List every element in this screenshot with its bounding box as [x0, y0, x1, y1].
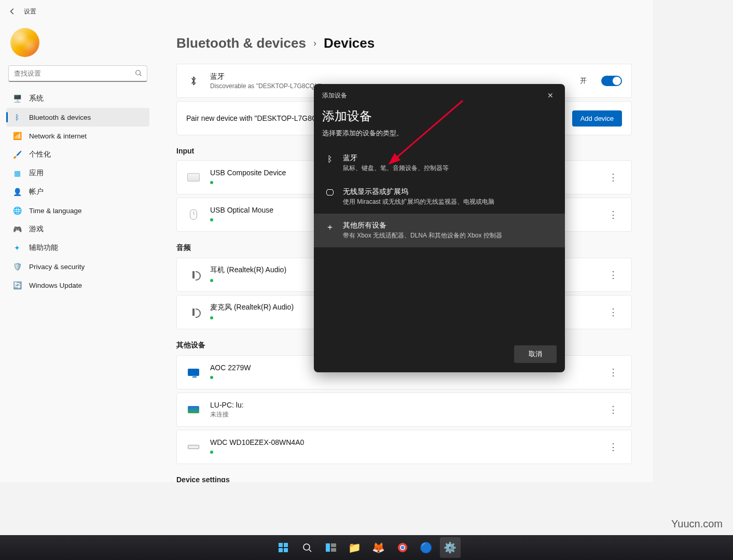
status-dot [210, 451, 213, 454]
svg-point-0 [136, 71, 141, 75]
more-options-button[interactable]: ⋮ [604, 439, 622, 455]
sidebar-item-3[interactable]: 🖌️个性化 [6, 145, 149, 164]
chrome-icon[interactable] [392, 537, 413, 558]
svg-rect-3 [326, 543, 330, 552]
close-icon[interactable]: ✕ [544, 89, 557, 102]
sidebar-item-7[interactable]: 🎮游戏 [6, 220, 149, 239]
search-box [8, 65, 147, 82]
option-subtitle: 带有 Xbox 无线适配器、DLNA 和其他设备的 Xbox 控制器 [343, 231, 502, 240]
option-icon: ᛒ [324, 153, 336, 164]
option-title: 蓝牙 [343, 153, 449, 163]
toggle-state-label: 开 [580, 76, 587, 86]
status-dot [210, 376, 213, 379]
status-dot [210, 316, 213, 319]
nav-icon: 🔄 [12, 281, 22, 289]
option-icon: ＋ [324, 221, 336, 233]
sidebar-item-6[interactable]: 🌐Time & language [6, 201, 149, 220]
nav-icon: ▦ [12, 169, 22, 177]
keyboard-icon [186, 172, 201, 183]
nav-icon: ᛒ [12, 113, 22, 121]
taskbar: 📁 🦊 🔵 ⚙️ [0, 535, 733, 560]
device-row[interactable]: WDC WD10EZEX-08WN4A0 ⋮ [176, 430, 632, 464]
sidebar-item-0[interactable]: 🖥️系统 [6, 89, 149, 108]
svg-point-2 [303, 544, 310, 550]
sidebar-item-1[interactable]: ᛒBluetooth & devices [6, 108, 149, 127]
more-options-button[interactable]: ⋮ [604, 402, 622, 417]
device-status: 未连接 [210, 410, 595, 419]
firefox-icon[interactable]: 🦊 [368, 537, 389, 558]
chevron-right-icon: › [313, 38, 316, 49]
breadcrumb: Bluetooth & devices › Devices [176, 35, 632, 51]
nav-label: Time & language [29, 207, 82, 215]
nav-label: Windows Update [29, 282, 82, 289]
nav-icon: 📶 [12, 132, 22, 140]
add-device-option-1[interactable]: 🖵 无线显示器或扩展坞 使用 Miracast 或无线扩展坞的无线监视器、电视或… [314, 180, 565, 214]
user-avatar[interactable] [10, 28, 39, 57]
sidebar-item-5[interactable]: 👤帐户 [6, 183, 149, 201]
svg-rect-4 [331, 543, 336, 547]
search-input[interactable] [8, 65, 147, 82]
sidebar-item-10[interactable]: 🔄Windows Update [6, 276, 149, 295]
watermark: Yuucn.com [671, 518, 723, 530]
svg-point-8 [400, 546, 404, 550]
more-options-button[interactable]: ⋮ [604, 365, 622, 380]
nav-icon: 🛡️ [12, 262, 22, 271]
nav-icon: 🖌️ [12, 150, 22, 159]
nav-label: 个性化 [29, 150, 51, 159]
taskbar-search-icon[interactable] [297, 537, 317, 558]
nav-icon: ✦ [12, 244, 22, 252]
nav-label: Bluetooth & devices [29, 114, 91, 121]
svg-rect-5 [331, 548, 336, 552]
option-title: 无线显示器或扩展坞 [343, 187, 494, 197]
nav-label: Network & internet [29, 132, 87, 140]
pc-icon [186, 404, 201, 415]
sidebar: 🖥️系统ᛒBluetooth & devices📶Network & inter… [0, 23, 156, 482]
settings-taskbar-icon[interactable]: ⚙️ [440, 537, 461, 558]
nav-icon: 🌐 [12, 206, 22, 215]
more-options-button[interactable]: ⋮ [604, 170, 622, 185]
option-subtitle: 鼠标、键盘、笔、音频设备、控制器等 [343, 164, 449, 173]
nav-label: 应用 [29, 169, 44, 178]
status-dot [210, 279, 213, 282]
cancel-button[interactable]: 取消 [514, 345, 557, 363]
taskbar-app-icon[interactable]: 🔵 [416, 537, 437, 558]
section-device-settings: Device settings [176, 475, 632, 482]
nav-label: 辅助功能 [29, 243, 58, 253]
speaker-icon [186, 306, 201, 318]
start-button[interactable] [273, 537, 294, 558]
nav-label: Privacy & security [29, 263, 85, 271]
more-options-button[interactable]: ⋮ [604, 267, 622, 283]
nav-list: 🖥️系统ᛒBluetooth & devices📶Network & inter… [6, 89, 149, 295]
back-button[interactable] [8, 7, 17, 16]
mouse-icon [186, 209, 201, 220]
add-device-button[interactable]: Add device [572, 110, 622, 127]
more-options-button[interactable]: ⋮ [604, 207, 622, 222]
add-device-option-2[interactable]: ＋ 其他所有设备 带有 Xbox 无线适配器、DLNA 和其他设备的 Xbox … [314, 214, 565, 247]
search-icon [135, 69, 142, 79]
more-options-button[interactable]: ⋮ [604, 304, 622, 320]
device-row[interactable]: LU-PC: lu:未连接 ⋮ [176, 393, 632, 427]
nav-label: 系统 [29, 94, 44, 103]
app-title: 设置 [24, 7, 36, 16]
sidebar-item-9[interactable]: 🛡️Privacy & security [6, 257, 149, 276]
add-device-option-0[interactable]: ᛒ 蓝牙 鼠标、键盘、笔、音频设备、控制器等 [314, 146, 565, 180]
bluetooth-toggle[interactable] [601, 76, 622, 86]
nav-icon: 👤 [12, 188, 22, 196]
breadcrumb-parent[interactable]: Bluetooth & devices [176, 35, 306, 51]
bluetooth-icon [186, 75, 201, 87]
sidebar-item-2[interactable]: 📶Network & internet [6, 127, 149, 145]
device-name: LU-PC: lu: [210, 401, 595, 409]
dialog-header-title: 添加设备 [322, 91, 347, 100]
dialog-subtitle: 选择要添加的设备的类型。 [322, 129, 557, 138]
hdd-icon [186, 441, 201, 453]
dialog-title: 添加设备 [322, 108, 557, 124]
bluetooth-title: 蓝牙 [210, 72, 571, 81]
task-view-icon[interactable] [321, 537, 341, 558]
sidebar-item-8[interactable]: ✦辅助功能 [6, 239, 149, 257]
nav-label: 游戏 [29, 225, 44, 234]
monitor-icon [186, 367, 201, 378]
file-explorer-icon[interactable]: 📁 [344, 537, 365, 558]
device-name: WDC WD10EZEX-08WN4A0 [210, 438, 595, 446]
sidebar-item-4[interactable]: ▦应用 [6, 164, 149, 183]
nav-icon: 🎮 [12, 225, 22, 233]
